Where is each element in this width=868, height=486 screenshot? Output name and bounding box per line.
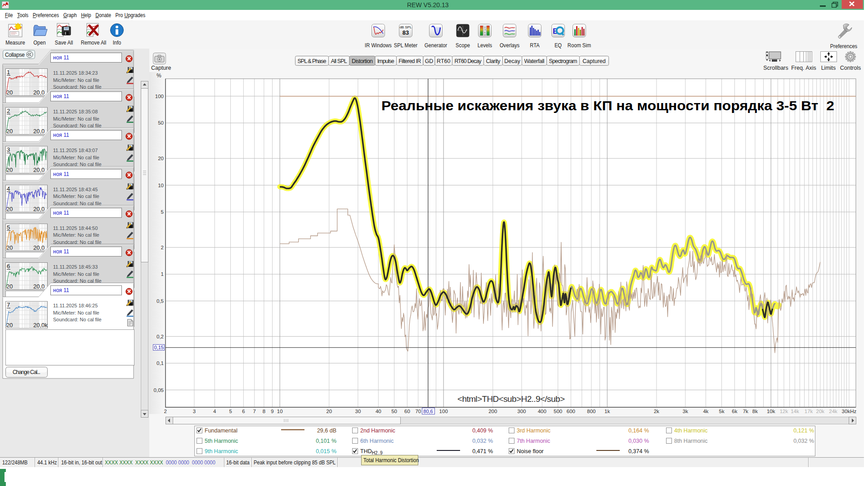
svg-text:20,0: 20,0 — [33, 283, 45, 290]
svg-text:11.11.2025 18:43:07: 11.11.2025 18:43:07 — [53, 148, 98, 153]
svg-text:0,409 %: 0,409 % — [472, 428, 493, 434]
svg-text:2: 2 — [164, 409, 167, 414]
svg-text:20: 20 — [6, 128, 13, 135]
svg-text:Change Cal...: Change Cal... — [13, 369, 40, 375]
svg-text:1: 1 — [161, 271, 164, 277]
svg-text:10k: 10k — [767, 409, 775, 414]
svg-text:6: 6 — [7, 263, 10, 270]
svg-text:2nd Harmonic: 2nd Harmonic — [360, 428, 395, 434]
svg-text:0,032 %: 0,032 % — [472, 438, 493, 444]
svg-text:20: 20 — [326, 409, 332, 414]
svg-text:800: 800 — [587, 409, 595, 414]
svg-text:11.11.2025 18:43:45: 11.11.2025 18:43:45 — [53, 187, 98, 192]
svg-text:50: 50 — [158, 120, 164, 126]
svg-text:4: 4 — [7, 185, 10, 192]
svg-text:30: 30 — [355, 409, 361, 414]
svg-text:20,0: 20,0 — [33, 166, 45, 173]
svg-text:0,374 %: 0,374 % — [628, 448, 649, 454]
svg-text:11.11.2025 18:35:08: 11.11.2025 18:35:08 — [53, 109, 98, 114]
svg-text:20: 20 — [158, 156, 164, 161]
svg-text:SPL & Phase: SPL & Phase — [298, 58, 327, 64]
svg-text:Limits: Limits — [821, 65, 836, 71]
svg-text:0,1: 0,1 — [157, 360, 164, 366]
svg-text:20k: 20k — [816, 409, 825, 414]
svg-text:Clarity: Clarity — [486, 58, 501, 64]
svg-text:ноя 11: ноя 11 — [53, 171, 69, 177]
svg-text:7: 7 — [7, 302, 10, 308]
svg-text:1k: 1k — [604, 409, 610, 414]
svg-text:0,471 %: 0,471 % — [472, 448, 493, 454]
svg-text:50: 50 — [391, 409, 397, 414]
svg-text:Fundamental: Fundamental — [205, 428, 237, 434]
svg-text:0,15: 0,15 — [154, 345, 164, 350]
svg-text:100: 100 — [439, 409, 448, 414]
svg-text:2: 2 — [161, 245, 164, 250]
svg-text:20: 20 — [6, 89, 13, 96]
svg-text:500: 500 — [554, 409, 562, 414]
svg-text:All SPL: All SPL — [331, 58, 347, 64]
svg-text:3: 3 — [193, 409, 196, 414]
svg-text:10: 10 — [158, 183, 164, 188]
svg-text:9th Harmonic: 9th Harmonic — [205, 448, 238, 454]
svg-text:4th Harmonic: 4th Harmonic — [674, 428, 707, 434]
svg-text:8: 8 — [263, 409, 265, 414]
svg-text:9: 9 — [271, 409, 273, 414]
svg-text:1: 1 — [7, 69, 10, 76]
svg-text:6th Harmonic: 6th Harmonic — [360, 438, 394, 444]
svg-text:20,0: 20,0 — [33, 244, 45, 251]
svg-text:3rd Harmonic: 3rd Harmonic — [517, 428, 550, 434]
svg-text:29,6 dB: 29,6 dB — [317, 428, 336, 434]
svg-text:40: 40 — [376, 409, 381, 414]
svg-text:20,0: 20,0 — [33, 89, 45, 96]
svg-text:0,05: 0,05 — [154, 387, 164, 393]
svg-text:0,164 %: 0,164 % — [628, 428, 649, 434]
svg-text:80,6: 80,6 — [423, 409, 433, 414]
svg-text:11.11.2025 18:46:25: 11.11.2025 18:46:25 — [53, 303, 98, 308]
svg-text:Filtered IR: Filtered IR — [398, 58, 421, 64]
svg-text:Mic/Meter: No cal file: Mic/Meter: No cal file — [53, 194, 99, 199]
svg-text:RT60 Decay: RT60 Decay — [455, 58, 482, 64]
svg-text:7: 7 — [253, 409, 256, 414]
svg-text:Controls: Controls — [840, 65, 861, 71]
svg-text:ноя 11: ноя 11 — [53, 132, 69, 138]
svg-text:Freq. Axis: Freq. Axis — [791, 65, 816, 71]
svg-text:4: 4 — [213, 409, 216, 414]
svg-text:Mic/Meter: No cal file: Mic/Meter: No cal file — [53, 155, 99, 160]
svg-text:Spectrogram: Spectrogram — [549, 58, 577, 64]
svg-text:ноя 11: ноя 11 — [53, 248, 69, 255]
svg-text:Mic/Meter: No cal file: Mic/Meter: No cal file — [53, 232, 99, 238]
svg-text:Noise floor: Noise floor — [517, 448, 544, 454]
svg-text:300: 300 — [517, 409, 526, 414]
svg-text:20: 20 — [6, 244, 13, 251]
svg-text:8k: 8k — [752, 409, 758, 414]
svg-text:2k: 2k — [654, 409, 659, 414]
svg-text:Mic/Meter: No cal file: Mic/Meter: No cal file — [53, 116, 99, 122]
svg-text:11.11.2025 18:45:33: 11.11.2025 18:45:33 — [53, 264, 98, 270]
svg-text:20: 20 — [6, 206, 13, 212]
svg-text:8th Harmonic: 8th Harmonic — [674, 438, 707, 444]
svg-text:5: 5 — [7, 224, 10, 231]
svg-text:5th Harmonic: 5th Harmonic — [205, 438, 238, 444]
svg-text:GD: GD — [425, 58, 434, 64]
svg-text:0,015 %: 0,015 % — [316, 448, 336, 454]
svg-text:20: 20 — [6, 283, 13, 290]
svg-text:6k: 6k — [732, 409, 737, 414]
svg-text:ноя 11: ноя 11 — [53, 287, 69, 293]
svg-text:7th Harmonic: 7th Harmonic — [517, 438, 550, 444]
svg-text:100: 100 — [155, 94, 164, 99]
svg-text:Captured: Captured — [582, 58, 605, 64]
svg-text:24k: 24k — [829, 409, 837, 414]
svg-text:3k: 3k — [683, 409, 688, 414]
svg-text:20,0: 20,0 — [33, 206, 45, 212]
svg-text:600: 600 — [567, 409, 575, 414]
svg-text:Collapse: Collapse — [5, 52, 25, 58]
svg-text:200: 200 — [488, 409, 497, 414]
svg-text:ноя 11: ноя 11 — [53, 93, 69, 99]
svg-text:ноя 11: ноя 11 — [53, 210, 69, 216]
svg-text:0,101 %: 0,101 % — [316, 438, 336, 444]
svg-text:11.11.2025 18:44:50: 11.11.2025 18:44:50 — [53, 225, 98, 231]
svg-text:12k: 12k — [780, 409, 788, 414]
svg-text:20,0: 20,0 — [33, 128, 45, 135]
svg-text:0,030 %: 0,030 % — [628, 438, 649, 444]
svg-text:%: % — [157, 72, 161, 79]
